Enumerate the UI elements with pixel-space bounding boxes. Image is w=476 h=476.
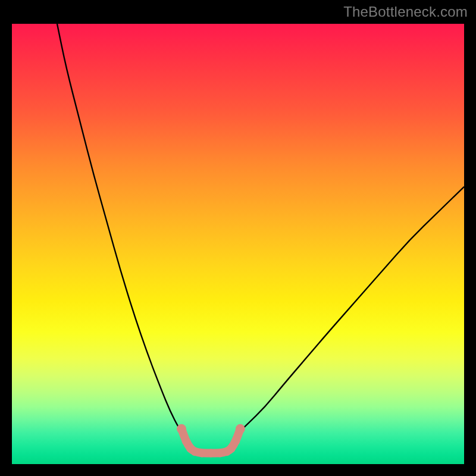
svg-point-4 bbox=[198, 449, 206, 458]
svg-point-10 bbox=[236, 424, 245, 434]
left-curve bbox=[57, 24, 186, 438]
right-curve bbox=[233, 187, 464, 438]
svg-point-9 bbox=[231, 437, 240, 446]
svg-point-0 bbox=[177, 424, 186, 434]
svg-point-8 bbox=[227, 444, 236, 453]
watermark-text: TheBottleneck.com bbox=[343, 4, 468, 20]
chart-svg bbox=[12, 24, 464, 464]
chart-frame: TheBottleneck.com bbox=[0, 0, 476, 476]
salmon-segment bbox=[177, 424, 245, 458]
chart-plot-area bbox=[12, 24, 464, 464]
svg-point-1 bbox=[182, 437, 190, 446]
svg-point-5 bbox=[206, 449, 215, 458]
